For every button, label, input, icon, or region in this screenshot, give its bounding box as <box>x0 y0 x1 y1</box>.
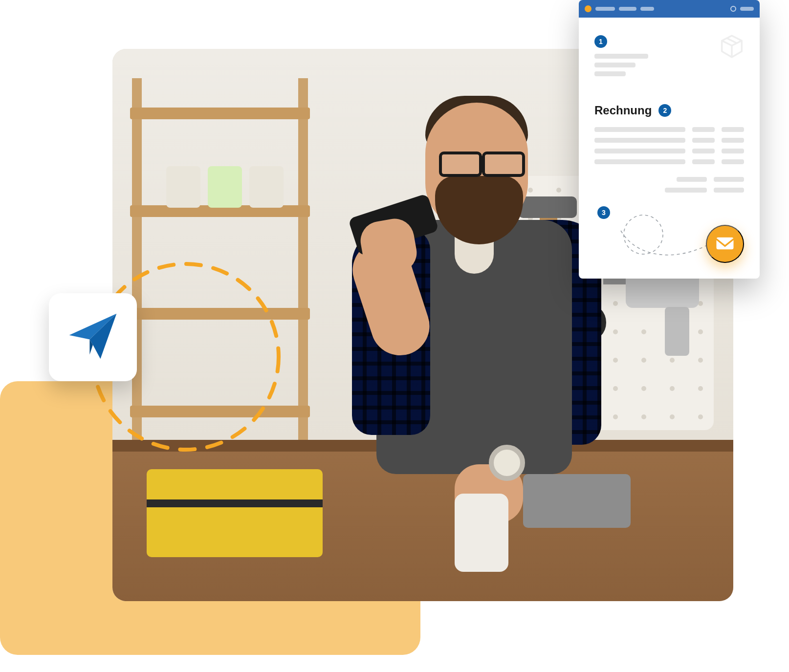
invoice-lines <box>594 127 744 170</box>
cup <box>455 494 508 572</box>
send-invoice-button[interactable] <box>706 225 744 263</box>
invoice-title: Rechnung <box>594 104 652 117</box>
step-badge-1: 1 <box>594 35 607 48</box>
address-block <box>594 54 648 80</box>
topbar-item <box>619 7 636 11</box>
topbar-item <box>740 7 754 11</box>
topbar-item <box>595 7 615 11</box>
paper-plane-card <box>49 293 137 381</box>
svg-point-4 <box>624 215 663 254</box>
send-trail <box>609 207 717 261</box>
topbar-item <box>640 7 654 11</box>
app-topbar <box>579 0 760 18</box>
package-icon <box>719 33 745 60</box>
step-badge-2: 2 <box>658 104 671 117</box>
sun-icon <box>585 5 592 12</box>
mail-icon <box>715 233 735 255</box>
watch-icon <box>489 445 525 481</box>
invoice-app-window: 1 Rechnung 2 <box>579 0 760 279</box>
invoice-document: 1 Rechnung 2 <box>591 30 748 267</box>
svg-rect-5 <box>717 237 734 249</box>
person <box>308 93 582 596</box>
composition: /* holes drawn below via duplicated span… <box>0 0 789 672</box>
paper-plane-icon <box>66 309 120 365</box>
glasses-icon <box>439 152 525 173</box>
toolbox <box>147 469 323 557</box>
gear-icon <box>730 6 736 12</box>
invoice-totals <box>661 177 744 198</box>
step-badge-3: 3 <box>597 206 610 219</box>
